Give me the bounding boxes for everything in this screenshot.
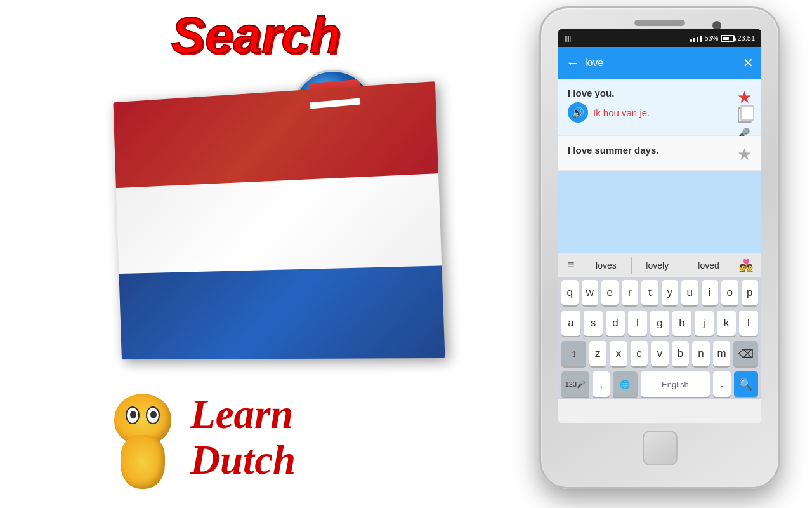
key-g[interactable]: g (650, 311, 669, 336)
phone-speaker (634, 20, 685, 26)
key-r[interactable]: r (622, 280, 639, 305)
mascot-left-eye (126, 406, 140, 424)
keyboard-suggestions: ≡ loves lovely loved 💑 (558, 253, 761, 277)
suggestion-3[interactable]: loved (683, 257, 734, 274)
key-j[interactable]: j (695, 311, 714, 336)
phone-home-button[interactable] (643, 431, 678, 465)
keyboard: ≡ loves lovely loved 💑 q w e r t y u i o (558, 253, 761, 399)
keyboard-row-4: 123🎤 , 🌐 English . 🔍 (558, 369, 761, 399)
search-key[interactable]: 🔍 (734, 371, 758, 397)
star-button-1[interactable]: ★ (737, 88, 752, 107)
keyboard-row-2: a s d f g h j k l (558, 308, 761, 338)
mascot-right-eye (146, 406, 160, 424)
emoji-button[interactable]: 💑 (734, 258, 758, 272)
phone-screen: |||| 53% 23:51 ← (558, 29, 761, 423)
phone-body: |||| 53% 23:51 ← (539, 6, 780, 489)
key-s[interactable]: s (584, 311, 603, 336)
clock: 23:51 (737, 34, 755, 42)
carrier-text: |||| (565, 35, 571, 42)
signal-bar-2 (693, 38, 695, 42)
mascot-body (121, 435, 165, 489)
globe-key[interactable]: 🌐 (613, 371, 637, 397)
key-p[interactable]: p (742, 280, 759, 305)
battery-fill (723, 37, 729, 40)
key-x[interactable]: x (610, 341, 627, 366)
back-button[interactable]: ← (566, 56, 580, 70)
result-item-2: I love summer days. ★ (558, 136, 761, 171)
copy-button[interactable] (738, 107, 752, 123)
key-period[interactable]: . (713, 371, 730, 397)
speaker-button[interactable]: 🔊 (568, 102, 588, 123)
result-1-dutch-row: 🔊 Ik hou van je. (568, 102, 752, 123)
flag-red-stripe (113, 81, 438, 188)
key-k[interactable]: k (717, 311, 736, 336)
key-f[interactable]: f (628, 311, 647, 336)
speaker-icon: 🔊 (572, 107, 584, 119)
key-h[interactable]: h (672, 311, 691, 336)
signal-bars (690, 34, 702, 42)
search-input[interactable] (585, 57, 738, 69)
key-l[interactable]: l (739, 311, 758, 336)
keyboard-row-3: ⇧ z x c v b n m ⌫ (558, 338, 761, 369)
key-b[interactable]: b (672, 341, 690, 366)
key-q[interactable]: q (561, 280, 579, 305)
key-u[interactable]: u (681, 280, 698, 305)
key-n[interactable]: n (692, 341, 710, 366)
results-area: I love you. 🔊 Ik hou van je. ★ 🎤 (558, 79, 761, 253)
key-o[interactable]: o (721, 280, 738, 305)
shift-key[interactable]: ⇧ (561, 341, 586, 366)
result-1-english: I love you. (568, 88, 752, 98)
clear-button[interactable]: ✕ (743, 55, 754, 70)
flag-white-stripe (116, 173, 442, 274)
phone-camera (712, 21, 721, 30)
suggestion-1[interactable]: loves (581, 257, 632, 274)
key-c[interactable]: c (631, 341, 648, 366)
suggestion-2[interactable]: lovely (632, 257, 683, 274)
search-bar: ← ✕ (558, 47, 761, 79)
battery-percent: 53% (704, 34, 718, 42)
space-key[interactable]: English (641, 371, 710, 397)
status-bar: |||| 53% 23:51 (558, 29, 761, 47)
key-i[interactable]: i (702, 280, 719, 305)
result-1-dutch: Ik hou van je. (593, 107, 650, 118)
signal-bar-4 (700, 36, 702, 42)
result-item-1: I love you. 🔊 Ik hou van je. ★ 🎤 (558, 79, 761, 136)
mascot (111, 413, 174, 489)
key-z[interactable]: z (589, 341, 607, 366)
battery-icon (721, 35, 735, 42)
dutch-flag (111, 92, 435, 359)
key-t[interactable]: t (641, 280, 658, 305)
left-section: Search Learn Dutch (0, 0, 450, 508)
keyboard-row-1: q w e r t y u i o p (558, 277, 761, 308)
key-m[interactable]: m (713, 341, 731, 366)
backspace-key[interactable]: ⌫ (733, 341, 758, 366)
signal-bar-3 (697, 37, 698, 42)
key-a[interactable]: a (561, 311, 580, 336)
key-w[interactable]: w (582, 280, 599, 305)
key-d[interactable]: d (606, 311, 625, 336)
numbers-key[interactable]: 123🎤 (561, 371, 589, 397)
key-e[interactable]: e (601, 280, 619, 305)
flag-image (113, 81, 445, 359)
learn-dutch-label: Learn Dutch (190, 392, 296, 483)
signal-bar-1 (690, 39, 692, 42)
copy-icon (738, 107, 752, 123)
keyboard-menu-icon[interactable]: ≡ (561, 258, 581, 272)
star-button-2[interactable]: ★ (737, 145, 752, 164)
flag-blue-stripe (119, 265, 445, 359)
result-2-english: I love summer days. (568, 145, 752, 156)
key-comma[interactable]: , (593, 371, 610, 397)
key-y[interactable]: y (662, 280, 679, 305)
status-right: 53% 23:51 (690, 34, 755, 42)
search-title: Search (171, 6, 341, 65)
key-v[interactable]: v (651, 341, 669, 366)
phone-container: |||| 53% 23:51 ← (539, 6, 780, 489)
blue-spacer (558, 171, 761, 253)
